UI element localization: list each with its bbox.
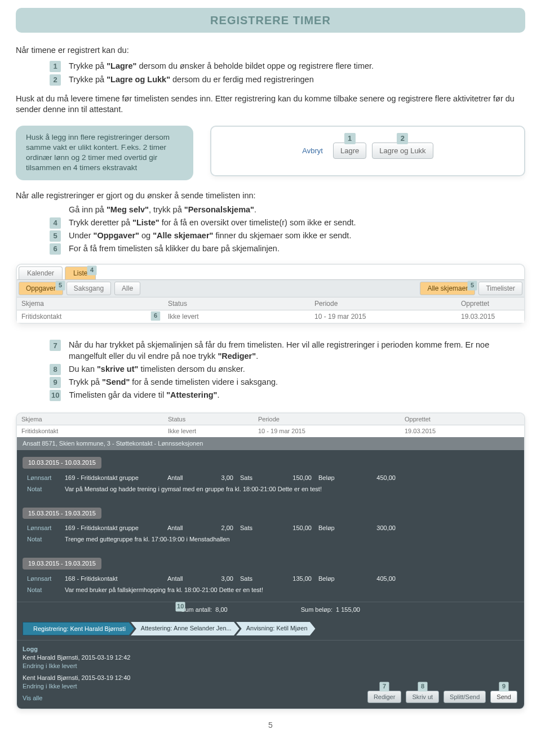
intro-text: Når timene er registrert kan du:: [16, 45, 525, 56]
cancel-link[interactable]: Avbryt: [302, 146, 323, 156]
step-b-5: Under "Oppgaver" og "Alle skjemaer" finn…: [69, 230, 351, 242]
step-number-10: 10: [50, 390, 61, 401]
detail-subheader: Ansatt 8571, Skien kommune, 3 - Støtteko…: [17, 437, 524, 450]
crumb-attestering[interactable]: Attestering: Anne Selander Jen...: [131, 622, 240, 636]
step-b-pre: Gå inn på "Meg selv", trykk på "Personal…: [69, 204, 256, 216]
step-number-2: 2: [50, 74, 61, 86]
step-c-7: Når du har trykket på skjemalinjen så få…: [69, 340, 525, 362]
filter-timelister[interactable]: Timelister: [478, 282, 522, 295]
step-number-5: 5: [50, 230, 61, 242]
step-a-1: Trykke på "Lagre" dersom du ønsker å beh…: [69, 61, 374, 72]
detail-block: 10.03.2015 - 10.03.2015Lønnsart169 - Fri…: [17, 450, 524, 501]
send-button[interactable]: 9 Send: [490, 691, 517, 704]
crumb-registrering[interactable]: Registrering: Kent Harald Bjørnsti: [23, 622, 134, 636]
table-header: Skjema Status Periode Opprettet: [17, 297, 524, 310]
save-close-button[interactable]: 2 Lagre og Lukk: [372, 143, 433, 159]
step-c-9: Trykk på "Send" for å sende timelisten v…: [69, 377, 278, 388]
save-buttons-screenshot: Avbryt 1 Lagre 2 Lagre og Lukk: [210, 126, 525, 176]
tab-kalender[interactable]: Kalender: [19, 266, 63, 279]
date-pill: 19.03.2015 - 19.03.2015: [23, 558, 101, 570]
step-c-8: Du kan "skrive ut" timelisten dersom du …: [69, 364, 245, 375]
split-send-button[interactable]: Splitt/Send: [444, 691, 486, 704]
filter-oppgaver[interactable]: Oppgaver 5: [19, 282, 63, 295]
callout-5b: 5: [468, 281, 477, 290]
step-number-1: 1: [50, 61, 61, 72]
save-button[interactable]: 1 Lagre: [333, 143, 366, 159]
breadcrumb: Registrering: Kent Harald Bjørnsti Attes…: [17, 617, 524, 641]
step-number-6: 6: [50, 243, 61, 255]
log-section: Logg Kent Harald Bjørnsti, 2015-03-19 12…: [17, 640, 524, 709]
tab-liste[interactable]: Liste 4: [65, 266, 96, 279]
callout-1: 1: [344, 133, 356, 144]
date-pill: 10.03.2015 - 10.03.2015: [23, 457, 101, 469]
callout-9: 9: [499, 682, 509, 691]
callout-4: 4: [87, 265, 97, 275]
crumb-anvisning[interactable]: Anvisning: Ketil Mjøen: [236, 622, 316, 636]
step-number-4: 4: [50, 217, 61, 229]
detail-screenshot: Skjema Status Periode Opprettet Fritidsk…: [16, 412, 525, 710]
edit-button[interactable]: 7 Rediger: [367, 691, 402, 704]
steps-a: 1 Trykke på "Lagre" dersom du ønsker å b…: [50, 61, 525, 86]
print-button[interactable]: 8 Skriv ut: [406, 691, 439, 704]
step-number-8: 8: [50, 364, 61, 375]
table-row[interactable]: Fritidskontakt 6 Ikke levert 10 - 19 mar…: [17, 310, 524, 323]
list-screenshot: Kalender Liste 4 Oppgaver 5 Saksgang All…: [16, 264, 525, 324]
table-row[interactable]: Fritidskontakt Ikke levert 10 - 19 mar 2…: [17, 425, 524, 437]
detail-block: 15.03.2015 - 19.03.2015Lønnsart169 - Fri…: [17, 501, 524, 552]
filter-saksgang[interactable]: Saksgang: [66, 282, 111, 295]
step-b-6: For å få frem timelisten så klikker du b…: [69, 243, 280, 255]
filter-alle[interactable]: Alle: [114, 282, 140, 295]
callout-6: 6: [151, 312, 161, 321]
steps-c: 7 Når du har trykket på skjemalinjen så …: [50, 340, 525, 401]
page-title-bar: REGISTRERE TIMER: [16, 8, 525, 33]
step-b-4: Trykk deretter på "Liste" for å få en ov…: [69, 217, 356, 229]
callout-10: 10: [176, 602, 185, 611]
date-pill: 15.03.2015 - 19.03.2015: [23, 508, 101, 519]
paragraph-1: Husk at du må levere timene før timelist…: [16, 94, 525, 115]
subheading-2: Når alle registreringer er gjort og du ø…: [16, 190, 525, 202]
aside-note: Husk å legg inn flere registreringer der…: [16, 126, 193, 180]
filter-alle-skjemaer[interactable]: Alle skjemaer 5: [420, 282, 475, 295]
step-number-7: 7: [50, 340, 61, 351]
step-number-9: 9: [50, 377, 61, 388]
callout-8: 8: [418, 682, 427, 691]
sum-row: 10 Sum antall: 8,00 Sum beløp: 1 155,00: [17, 602, 524, 617]
step-a-2: Trykke på "Lagre og Lukk" dersom du er f…: [69, 74, 314, 86]
callout-2: 2: [397, 133, 408, 144]
detail-block: 19.03.2015 - 19.03.2015Lønnsart168 - Fri…: [17, 551, 524, 602]
steps-b: Gå inn på "Meg selv", trykk på "Personal…: [50, 204, 525, 255]
page-number: 5: [16, 720, 525, 731]
callout-5a: 5: [55, 281, 65, 290]
page-title: REGISTRERE TIMER: [210, 13, 331, 28]
step-c-10: Timelisten går da videre til "Attesterin…: [69, 390, 219, 401]
callout-7: 7: [380, 682, 389, 691]
